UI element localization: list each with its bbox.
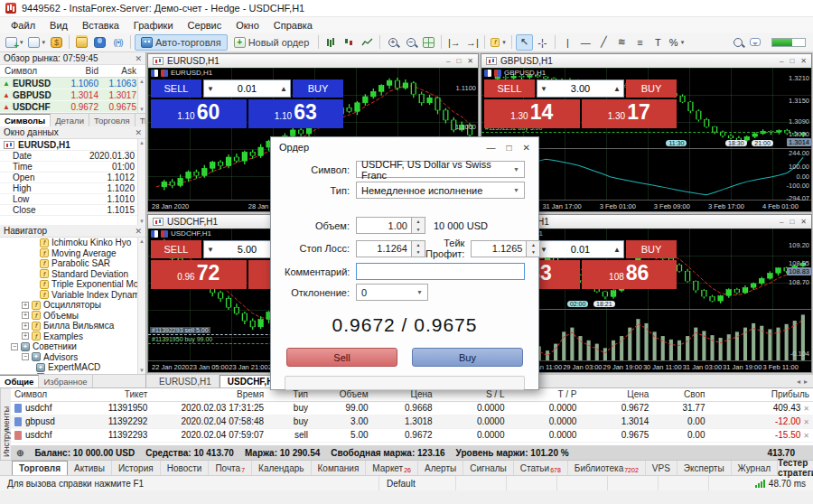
chart-tab[interactable]: EURUSD,H1 xyxy=(152,375,220,387)
toolbox-tab[interactable]: Новости xyxy=(161,461,210,475)
status-profile[interactable]: Default xyxy=(379,476,456,490)
volume-value[interactable]: 0.01 xyxy=(217,83,277,94)
navigator-indicator-item[interactable]: fTriple Exponential Movin xyxy=(0,279,145,290)
volume-spinner[interactable]: ▲▼ xyxy=(412,217,425,234)
sell-price[interactable]: 1.1060 xyxy=(151,99,247,128)
line-chart-mode-button[interactable] xyxy=(359,34,376,51)
volume-decrease-button[interactable]: ▼ xyxy=(204,246,217,254)
navigator-header[interactable]: Навигатор ✕ xyxy=(0,225,145,238)
menu-item[interactable]: Окно xyxy=(229,19,266,32)
chart-shift-button[interactable]: →| xyxy=(463,34,481,51)
community-button[interactable] xyxy=(91,34,108,51)
market-watch-row[interactable]: ▲EURUSD 1.1060 1.1063 xyxy=(0,78,145,89)
expand-icon[interactable]: + xyxy=(22,302,29,309)
symbol-select[interactable]: USDCHF, US Dollar vs Swiss Franc▼ xyxy=(356,161,525,178)
position-row[interactable]: usdchf 11391950 2020.02.03 17:31:25 buy … xyxy=(11,401,813,415)
deviation-select[interactable]: 0▼ xyxy=(356,284,428,301)
volume-stepper[interactable]: ▼0.01▲ xyxy=(203,79,291,98)
sell-button[interactable]: SELL xyxy=(484,79,535,98)
toolbox-tab[interactable]: Алерты xyxy=(418,461,463,475)
navigator-group-item[interactable]: + fОбъемы xyxy=(0,311,145,322)
expand-icon[interactable]: + xyxy=(22,322,29,330)
market-watch-tab[interactable]: Символы xyxy=(0,114,51,126)
market-watch-row[interactable]: ▲USDCHF 0.9672 0.9675 xyxy=(0,101,145,113)
volume-decrease-button[interactable]: ▼ xyxy=(204,85,217,93)
buy-price[interactable]: 10886 xyxy=(582,260,678,289)
tab-scroll-right-icon[interactable]: ▸ xyxy=(804,378,808,386)
dialog-minimize-button[interactable]: — xyxy=(487,143,496,153)
sell-price[interactable]: 0.9672 xyxy=(151,260,247,289)
algo-trading-button[interactable]: Авто-торговля xyxy=(135,34,228,51)
toolbox-side-tab[interactable]: Инструменты xyxy=(0,388,11,460)
buy-price[interactable]: 1.3017 xyxy=(582,99,678,128)
expand-icon[interactable]: + xyxy=(22,332,29,340)
bar-chart-mode-button[interactable] xyxy=(322,34,340,51)
expand-icon[interactable]: + xyxy=(22,312,29,319)
cursor-tool-button[interactable]: ↖ xyxy=(516,34,533,51)
order-type-select[interactable]: Немедленное исполнение▼ xyxy=(356,182,525,199)
column-header[interactable]: Цена xyxy=(580,388,652,401)
new-chart-button[interactable]: ▾ xyxy=(4,34,25,51)
sell-button[interactable]: SELL xyxy=(151,240,201,258)
sell-button[interactable]: SELL xyxy=(151,79,201,98)
toolbox-tab[interactable]: Эксперты xyxy=(678,461,732,475)
column-header[interactable]: Тикет xyxy=(79,388,151,401)
take-profit-spinner[interactable]: ▲▼ xyxy=(527,240,540,257)
sell-order-button[interactable]: Sell xyxy=(286,348,397,367)
close-position-icon[interactable]: ✕ xyxy=(803,432,809,440)
data-window-close-icon[interactable]: ✕ xyxy=(135,128,142,137)
volume-increase-button[interactable]: ▲ xyxy=(611,85,623,93)
dialog-close-button[interactable]: ✕ xyxy=(523,143,530,153)
toolbox-tab[interactable]: Журнал xyxy=(732,461,779,475)
window-maximize-button[interactable]: □ xyxy=(790,57,794,65)
column-header[interactable]: Своп xyxy=(652,388,708,401)
close-position-icon[interactable]: ✕ xyxy=(803,418,809,426)
navigator-group-item[interactable]: + fExamples xyxy=(0,331,145,342)
strategy-tester-link[interactable]: Тестер стратегий xyxy=(778,461,813,475)
market-watch-header[interactable]: Обзор рынка: 07:59:45 ✕ xyxy=(0,52,145,65)
volume-value[interactable]: 3.00 xyxy=(550,83,611,94)
chart-window-titlebar[interactable]: EURUSD,H1 –□✕ xyxy=(148,54,478,68)
menu-item[interactable]: Вставка xyxy=(75,19,126,32)
toolbox-tab[interactable]: Календарь xyxy=(252,461,311,475)
horizontal-line-tool-button[interactable]: — xyxy=(577,34,594,51)
collapse-icon[interactable]: − xyxy=(11,343,18,350)
crosshair-tool-button[interactable]: -¦- xyxy=(534,34,551,51)
tab-scroll-left-icon[interactable]: ◂ xyxy=(797,378,800,386)
window-maximize-button[interactable]: □ xyxy=(790,218,794,226)
expand-summary-icon[interactable]: ⊕ xyxy=(16,448,23,458)
toolbox-tab[interactable]: Библиотека7202 xyxy=(568,461,646,475)
menu-item[interactable]: Сервис xyxy=(181,19,229,32)
toolbox-tab[interactable]: История xyxy=(112,461,161,475)
buy-button[interactable]: BUY xyxy=(626,79,677,98)
position-row[interactable]: usdchf 11392293 2020.02.04 07:59:07 sell… xyxy=(11,428,813,442)
volume-increase-button[interactable]: ▲ xyxy=(277,85,290,93)
navigator-indicator-item[interactable]: fIchimoku Kinko Hyo xyxy=(0,238,145,248)
volume-decrease-button[interactable]: ▼ xyxy=(537,85,550,93)
navigator-close-icon[interactable]: ✕ xyxy=(135,227,142,236)
data-window-header[interactable]: Окно данных ✕ xyxy=(0,126,145,139)
position-row[interactable]: gbpusd 11392292 2020.02.04 07:58:48 buy … xyxy=(11,415,813,428)
navigator-advisors-group[interactable]: − ✦Advisors xyxy=(0,352,145,363)
toolbox-tab[interactable]: Активы xyxy=(68,461,112,475)
fibonacci-tool-button[interactable]: ≋ xyxy=(613,34,631,51)
toolbox-tab[interactable]: Маркет26 xyxy=(366,461,418,475)
volume-stepper[interactable]: ▼3.00▲ xyxy=(537,79,624,98)
navigator-indicator-item[interactable]: fStandard Deviation xyxy=(0,269,145,280)
data-window-scrollbar[interactable]: ▲▼ xyxy=(137,139,145,225)
auto-scroll-button[interactable]: |→ xyxy=(445,34,463,51)
text-tool-button[interactable]: T xyxy=(649,34,667,51)
market-watch-row[interactable]: ▲GBPUSD 1.3014 1.3017 xyxy=(0,89,145,101)
window-close-button[interactable]: ✕ xyxy=(800,218,807,226)
buy-button[interactable]: BUY xyxy=(626,240,677,258)
toolbox-tab[interactable]: VPS xyxy=(646,461,678,475)
buy-button[interactable]: BUY xyxy=(293,79,343,98)
chat-icon[interactable] xyxy=(750,38,761,46)
accounts-button[interactable]: $ xyxy=(48,34,65,51)
indicators-button[interactable]: f▾ xyxy=(489,34,508,51)
objects-tool-button[interactable]: %▾ xyxy=(668,34,686,51)
connection-latency[interactable]: 48.70 ms xyxy=(748,479,813,489)
menu-item[interactable]: Файл xyxy=(4,19,42,32)
channel-tool-button[interactable]: ≡ xyxy=(631,34,649,51)
toolbox-tab[interactable]: Сигналы xyxy=(463,461,514,475)
